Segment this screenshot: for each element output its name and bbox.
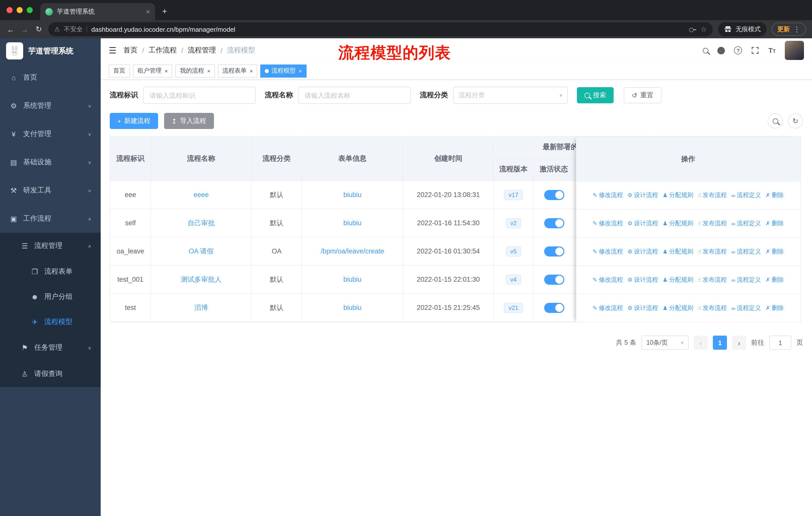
prev-page-button[interactable]: ‹ — [694, 335, 708, 350]
category-select[interactable]: 流程分类 ▾ — [453, 87, 568, 104]
action-publish-link[interactable]: ☝发布流程 — [698, 191, 727, 199]
reset-button[interactable]: ↺ 重置 — [624, 87, 662, 103]
refresh-button[interactable]: ↻ — [788, 113, 803, 129]
action-design-link[interactable]: ⚙设计流程 — [628, 191, 658, 199]
action-edit-link[interactable]: ✎修改流程 — [592, 304, 623, 313]
window-close-button[interactable] — [6, 7, 12, 13]
action-delete-link[interactable]: ✗删除 — [765, 219, 784, 228]
window-minimize-button[interactable] — [17, 7, 23, 13]
page-size-select[interactable]: 10条/页 ▾ — [641, 335, 689, 350]
breadcrumb-item[interactable]: 首页 — [123, 46, 138, 55]
action-assign-rule-link[interactable]: ♟分配规则 — [663, 276, 693, 284]
user-avatar[interactable] — [785, 41, 804, 60]
tab-tag-item[interactable]: 租户管理× — [133, 64, 172, 77]
security-label[interactable]: 不安全 — [64, 25, 83, 33]
action-design-link[interactable]: ⚙设计流程 — [628, 247, 658, 256]
new-tab-button[interactable]: + — [162, 6, 167, 17]
action-publish-link[interactable]: ☝发布流程 — [698, 219, 727, 228]
browser-update-button[interactable]: 更新 ⋮ — [772, 23, 806, 36]
browser-menu-icon[interactable]: ⋮ — [793, 25, 801, 33]
sidebar-item-2-0[interactable]: ☰流程管理∧ — [0, 233, 101, 259]
back-icon[interactable]: ← — [6, 25, 15, 33]
sidebar-item-2-2[interactable]: ♙请假查询 — [0, 361, 101, 387]
action-definition-link[interactable]: ∞流程定义 — [731, 191, 761, 199]
action-definition-link[interactable]: ∞流程定义 — [731, 247, 761, 256]
forward-icon[interactable]: → — [20, 25, 29, 33]
action-definition-link[interactable]: ∞流程定义 — [731, 276, 761, 284]
active-toggle[interactable] — [544, 190, 564, 200]
action-delete-link[interactable]: ✗删除 — [765, 304, 784, 313]
action-assign-rule-link[interactable]: ♟分配规则 — [663, 247, 693, 256]
tab-tag-item[interactable]: 流程表单× — [218, 64, 258, 77]
form-info-link[interactable]: biubiu — [343, 304, 361, 311]
sidebar-item-1-1[interactable]: ⚙系统管理∨ — [0, 92, 101, 120]
hamburger-icon[interactable]: ☰ — [109, 45, 117, 56]
reload-icon[interactable]: ↻ — [34, 25, 43, 34]
bookmark-star-icon[interactable]: ☆ — [700, 25, 707, 33]
action-design-link[interactable]: ⚙设计流程 — [628, 304, 658, 313]
action-design-link[interactable]: ⚙设计流程 — [628, 276, 658, 284]
form-info-link[interactable]: /bpm/oa/leave/create — [321, 247, 384, 255]
github-icon[interactable] — [718, 47, 725, 54]
font-size-icon[interactable]: TT — [768, 46, 776, 54]
form-info-link[interactable]: biubiu — [343, 191, 361, 198]
tab-close-icon[interactable]: × — [146, 7, 150, 16]
create-process-button[interactable]: + 新建流程 — [110, 113, 158, 129]
sidebar-item-1-0[interactable]: ⌂首页 — [0, 63, 101, 92]
sidebar-item-3-1[interactable]: ☻用户分组 — [0, 284, 101, 309]
sidebar-item-2-1[interactable]: ⚑任务管理∨ — [0, 334, 101, 361]
action-delete-link[interactable]: ✗删除 — [765, 276, 784, 284]
search-icon[interactable] — [703, 48, 708, 53]
action-publish-link[interactable]: ☝发布流程 — [698, 247, 727, 256]
url-text[interactable]: dashboard.yudao.iocoder.cn/bpm/manager/m… — [91, 25, 686, 33]
action-edit-link[interactable]: ✎修改流程 — [592, 247, 623, 256]
sidebar-item-1-5[interactable]: ▣工作流程∧ — [0, 205, 101, 233]
action-publish-link[interactable]: ☝发布流程 — [698, 304, 727, 313]
action-definition-link[interactable]: ∞流程定义 — [731, 304, 761, 313]
process-name-link[interactable]: 测试多审批人 — [181, 275, 222, 284]
tag-close-icon[interactable]: × — [207, 68, 210, 74]
address-bar[interactable]: ⚠ 不安全 dashboard.yudao.iocoder.cn/bpm/man… — [48, 22, 713, 36]
toggle-search-button[interactable] — [768, 113, 783, 129]
search-button[interactable]: 搜索 — [577, 87, 614, 103]
sidebar-item-1-2[interactable]: ¥支付管理∨ — [0, 120, 101, 148]
active-toggle[interactable] — [544, 274, 564, 284]
goto-page-input[interactable] — [769, 335, 791, 350]
current-page-button[interactable]: 1 — [713, 335, 727, 350]
active-toggle[interactable] — [544, 218, 564, 228]
process-name-link[interactable]: 自己审批 — [187, 218, 215, 227]
process-name-input[interactable] — [298, 87, 411, 104]
browser-tab[interactable]: 芋道管理系统 × — [40, 3, 155, 20]
import-process-button[interactable]: ↥ 导入流程 — [164, 113, 214, 129]
breadcrumb-item[interactable]: 流程管理 — [188, 46, 216, 55]
action-edit-link[interactable]: ✎修改流程 — [592, 276, 623, 284]
action-edit-link[interactable]: ✎修改流程 — [592, 219, 623, 228]
window-zoom-button[interactable] — [27, 7, 33, 13]
tag-close-icon[interactable]: × — [165, 68, 168, 74]
tab-tag-active[interactable]: 流程模型× — [261, 64, 307, 77]
sidebar-item-3-0[interactable]: ❐流程表单 — [0, 259, 101, 284]
process-name-link[interactable]: 滔博 — [194, 303, 208, 312]
help-icon[interactable]: ? — [734, 46, 742, 54]
next-page-button[interactable]: › — [732, 335, 746, 350]
tag-close-icon[interactable]: × — [299, 68, 302, 74]
sidebar-item-1-3[interactable]: ▤基础设施∨ — [0, 148, 101, 176]
form-info-link[interactable]: biubiu — [343, 219, 361, 227]
action-definition-link[interactable]: ∞流程定义 — [731, 219, 761, 228]
action-assign-rule-link[interactable]: ♟分配规则 — [663, 219, 693, 228]
action-delete-link[interactable]: ✗删除 — [765, 247, 784, 256]
tab-tag-item[interactable]: 我的流程× — [175, 64, 215, 77]
action-assign-rule-link[interactable]: ♟分配规则 — [663, 191, 693, 199]
action-assign-rule-link[interactable]: ♟分配规则 — [663, 304, 693, 313]
sidebar-item-3-2[interactable]: ✈流程模型 — [0, 309, 101, 334]
form-info-link[interactable]: biubiu — [343, 276, 361, 283]
process-name-link[interactable]: eeee — [194, 191, 209, 198]
active-toggle[interactable] — [544, 303, 564, 313]
active-toggle[interactable] — [544, 246, 564, 256]
action-edit-link[interactable]: ✎修改流程 — [592, 191, 623, 199]
process-name-link[interactable]: OA 请假 — [188, 247, 213, 256]
process-key-input[interactable] — [143, 87, 256, 104]
tab-tag-item[interactable]: 首页 — [109, 64, 130, 77]
fullscreen-icon[interactable] — [751, 46, 759, 54]
update-label[interactable]: 更新 — [777, 25, 790, 33]
